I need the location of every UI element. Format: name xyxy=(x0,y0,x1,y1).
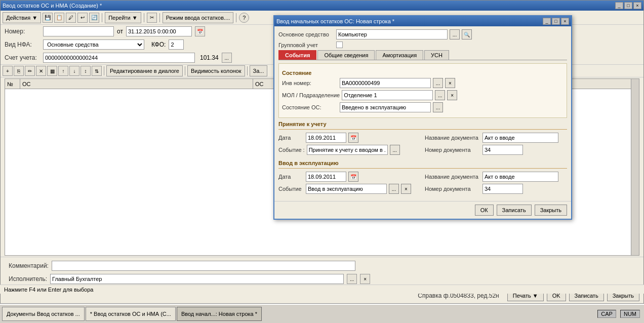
commissioning-right: Название документа Номер документа xyxy=(425,172,567,196)
tab-amortization[interactable]: Амортизация xyxy=(376,50,423,60)
taskbar-item-2[interactable]: Ввод начал...: Новая строка * xyxy=(177,307,262,321)
acceptance-date-input[interactable] xyxy=(306,133,346,143)
copy-row-btn[interactable]: ⎘ xyxy=(14,66,24,76)
commissioning-date-label: Дата xyxy=(278,174,304,180)
inv-number-input[interactable] xyxy=(340,78,431,88)
acceptance-event-input[interactable] xyxy=(307,145,388,155)
commissioning-docnum-label: Номер документа xyxy=(425,186,480,192)
acceptance-event-label: Событие : xyxy=(278,147,305,153)
sort-asc-btn[interactable]: ↕ xyxy=(80,66,91,76)
toolbar-icon6[interactable]: ✂ xyxy=(147,13,157,23)
toolbar-icon3[interactable]: 🖊 xyxy=(66,13,76,23)
mol-input[interactable] xyxy=(342,90,433,100)
goto-btn[interactable]: Перейти ▼ xyxy=(105,12,141,23)
executor-browse-btn[interactable]: ... xyxy=(347,274,357,284)
edit-dialog-btn[interactable]: Редактирование в диалоге xyxy=(106,65,183,76)
comment-input[interactable] xyxy=(52,261,355,271)
inv-number-label: Инв номер: xyxy=(282,80,338,86)
os-state-input[interactable] xyxy=(340,102,431,112)
tab-usn[interactable]: УСН xyxy=(424,50,449,60)
commissioning-cols: Дата 📅 Событие ... × Название документа xyxy=(278,172,567,196)
group-account-row: Групповой учет xyxy=(278,42,567,48)
dialog-ok-btn[interactable]: ОК xyxy=(475,205,494,216)
kfo-input[interactable] xyxy=(169,39,184,50)
sort-desc-btn[interactable]: ⇅ xyxy=(92,66,102,76)
os-state-label: Состояние ОС: xyxy=(282,104,338,110)
acceptance-docnum-label: Номер документа xyxy=(425,147,480,153)
acceptance-docnum-input[interactable] xyxy=(482,145,523,155)
taskbar-item-0[interactable]: Документы Ввод остатков ... xyxy=(2,307,85,321)
sep3 xyxy=(159,13,160,22)
commissioning-docname-input[interactable] xyxy=(482,172,558,182)
inv-clear-btn[interactable]: × xyxy=(445,78,455,88)
basic-asset-browse-btn[interactable]: ... xyxy=(450,29,460,39)
actions-menu-btn[interactable]: Действия ▼ xyxy=(3,12,41,23)
acceptance-docname-row: Название документа xyxy=(425,133,567,143)
toolbar-icon1[interactable]: 💾 xyxy=(43,13,53,23)
commissioning-date-input[interactable] xyxy=(306,172,346,182)
executor-input[interactable] xyxy=(50,274,344,284)
cap-badge: CAP xyxy=(597,310,616,318)
dialog-close-btn[interactable]: Закрыть xyxy=(535,205,567,216)
toolbar-icon4[interactable]: ↩ xyxy=(77,13,88,23)
move-down-btn[interactable]: ↓ xyxy=(69,66,79,76)
acceptance-left: Дата 📅 Событие : ... xyxy=(278,133,421,157)
save-table-btn[interactable]: За... xyxy=(250,65,268,76)
inv-browse-btn[interactable]: ... xyxy=(433,78,443,88)
acceptance-right: Название документа Номер документа xyxy=(425,133,567,157)
mol-row: МОЛ / Подразделение ... × xyxy=(282,90,564,100)
toolbar-icon5[interactable]: 🔄 xyxy=(89,13,99,23)
mol-clear-btn[interactable]: × xyxy=(447,90,457,100)
hint-bar: Нажмите F4 или Enter для выбора xyxy=(0,285,644,294)
commissioning-event-browse-btn[interactable]: ... xyxy=(389,184,399,194)
maximize-btn[interactable]: □ xyxy=(624,2,632,9)
delete-row-btn[interactable]: ✕ xyxy=(36,66,46,76)
close-main-btn[interactable]: × xyxy=(633,2,641,9)
taskbar-item-1[interactable]: * Ввод остатков ОС и НМА (С... xyxy=(86,307,176,321)
edit-row-btn[interactable]: ✏ xyxy=(25,66,35,76)
move-up-btn[interactable]: ↑ xyxy=(58,66,68,76)
help-icon[interactable]: ? xyxy=(239,13,249,23)
mol-label: МОЛ / Подразделение xyxy=(282,92,340,98)
dialog-body: Основное средство ... 🔍 Групповой учет С… xyxy=(274,26,571,201)
add-row-btn[interactable]: + xyxy=(3,66,13,76)
visibility-btn[interactable]: Видимость колонок xyxy=(187,65,245,76)
sep5 xyxy=(104,66,104,75)
mode-btn[interactable]: Режим ввода остатков.... xyxy=(163,12,234,23)
commissioning-event-clear-btn[interactable]: × xyxy=(401,184,411,194)
commissioning-header: Ввод в эксплуатацию xyxy=(278,160,567,166)
table-scrollbar[interactable] xyxy=(631,79,639,255)
dialog-maximize-btn[interactable]: □ xyxy=(552,18,560,25)
executor-clear-btn[interactable]: × xyxy=(360,274,370,284)
executor-row: Исполнитель: ... × xyxy=(5,272,639,286)
mol-browse-btn[interactable]: ... xyxy=(435,90,445,100)
basic-asset-label: Основное средство xyxy=(278,31,334,37)
acceptance-cal-btn[interactable]: 📅 xyxy=(348,133,358,143)
account-sub: 101.34 xyxy=(200,54,219,61)
dialog-close-btn[interactable]: × xyxy=(561,18,569,25)
toolbar-icon2[interactable]: 📋 xyxy=(54,13,64,23)
minimize-btn[interactable]: _ xyxy=(615,2,623,9)
account-input[interactable] xyxy=(43,53,195,63)
commissioning-event-input[interactable] xyxy=(306,184,387,194)
basic-asset-search-btn[interactable]: 🔍 xyxy=(462,29,472,39)
commissioning-docnum-input[interactable] xyxy=(482,184,523,194)
dialog-minimize-btn[interactable]: _ xyxy=(543,18,551,25)
date-calendar-icon[interactable]: 📅 xyxy=(195,26,205,36)
nfa-select[interactable]: Основные средства xyxy=(43,39,144,50)
os-state-browse-btn[interactable]: ... xyxy=(433,102,443,112)
number-input[interactable] xyxy=(43,26,114,36)
acceptance-docname-input[interactable] xyxy=(482,133,558,143)
dialog-save-btn[interactable]: Записать xyxy=(497,205,532,216)
commissioning-left: Дата 📅 Событие ... × xyxy=(278,172,421,196)
group-account-checkbox[interactable] xyxy=(336,42,343,48)
acceptance-event-browse-btn[interactable]: ... xyxy=(390,145,400,155)
commissioning-cal-btn[interactable]: 📅 xyxy=(348,172,358,182)
table-icon1[interactable]: ▦ xyxy=(47,66,57,76)
date-input[interactable] xyxy=(126,26,192,36)
tab-general[interactable]: Общие сведения xyxy=(317,50,375,60)
account-browse-btn[interactable]: ... xyxy=(222,53,232,63)
tab-events[interactable]: События xyxy=(278,50,316,60)
basic-asset-input[interactable] xyxy=(336,29,448,39)
inv-number-row: Инв номер: ... × xyxy=(282,78,564,88)
